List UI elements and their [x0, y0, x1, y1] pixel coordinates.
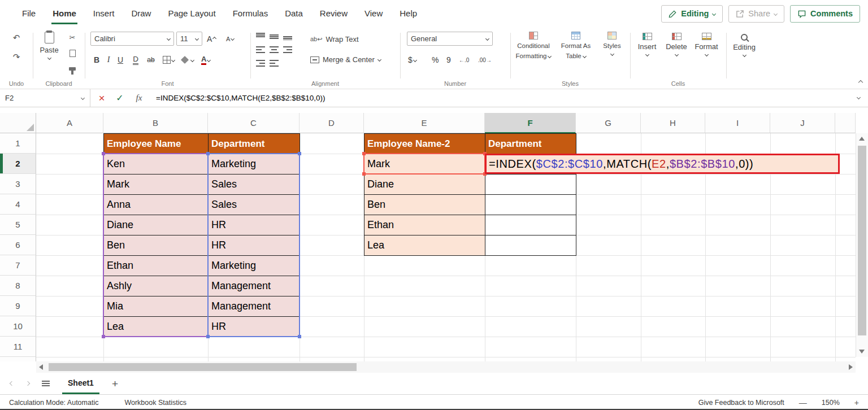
- collapse-ribbon-button[interactable]: [858, 80, 863, 85]
- double-underline-button[interactable]: D: [130, 53, 141, 67]
- format-as-table-button[interactable]: Format As Table: [558, 32, 594, 60]
- column-header-B[interactable]: B: [103, 113, 208, 133]
- row-header-1[interactable]: 1: [0, 133, 36, 154]
- cell-B9[interactable]: Mia: [104, 296, 209, 317]
- row-header-2[interactable]: 2: [0, 154, 36, 174]
- scroll-right-arrow[interactable]: [849, 364, 853, 370]
- cell-C10[interactable]: HR: [209, 317, 300, 337]
- scroll-down-arrow[interactable]: [859, 350, 865, 354]
- number-format-select[interactable]: General: [407, 32, 493, 46]
- cell-B1[interactable]: Employee Name: [104, 134, 209, 154]
- increase-decimal-button[interactable]: ←.0: [459, 53, 469, 67]
- align-left-icon[interactable]: [256, 46, 265, 54]
- comma-format-button[interactable]: 9: [446, 53, 451, 67]
- tab-view[interactable]: View: [356, 0, 391, 27]
- column-header-partial[interactable]: [835, 113, 856, 133]
- cell-F5[interactable]: [485, 215, 576, 235]
- bold-button[interactable]: B: [92, 53, 102, 67]
- underline-button[interactable]: U: [115, 53, 125, 67]
- cell-F3[interactable]: [485, 175, 576, 195]
- enter-button[interactable]: ✓: [112, 89, 128, 107]
- row-header-4[interactable]: 4: [0, 194, 36, 215]
- cell-C1[interactable]: Department: [209, 134, 300, 154]
- share-button[interactable]: Share: [728, 5, 784, 23]
- cell-C3[interactable]: Sales: [209, 175, 300, 195]
- align-middle-icon[interactable]: [270, 33, 279, 40]
- fill-color-button[interactable]: [182, 53, 194, 67]
- increase-indent-icon[interactable]: [270, 60, 279, 67]
- decrease-decimal-button[interactable]: .00→: [478, 53, 492, 67]
- zoom-level[interactable]: 150%: [822, 399, 840, 407]
- row-header-8[interactable]: 8: [0, 276, 36, 296]
- cell-B2[interactable]: Ken: [104, 154, 209, 175]
- insert-cells-button[interactable]: Insert: [633, 33, 661, 56]
- cell-C2[interactable]: Marketing: [209, 154, 300, 175]
- column-header-I[interactable]: I: [705, 113, 770, 133]
- italic-button[interactable]: I: [104, 53, 113, 67]
- vertical-scrollbar[interactable]: [856, 133, 868, 357]
- cell-B4[interactable]: Anna: [104, 195, 209, 215]
- row-header-9[interactable]: 9: [0, 296, 36, 316]
- column-header-E[interactable]: E: [364, 113, 485, 133]
- delete-cells-button[interactable]: Delete: [663, 33, 690, 56]
- merge-center-button[interactable]: Merge & Center: [310, 55, 381, 64]
- cell-E5[interactable]: Ethan: [364, 215, 485, 235]
- zoom-out-button[interactable]: —: [799, 398, 807, 407]
- cell-C4[interactable]: Sales: [209, 195, 300, 215]
- workbook-statistics-status[interactable]: Workbook Statistics: [124, 399, 186, 407]
- previous-sheet-button[interactable]: [10, 381, 14, 386]
- feedback-link[interactable]: Give Feedback to Microsoft: [698, 399, 784, 407]
- align-center-icon[interactable]: [270, 46, 279, 54]
- borders-button[interactable]: [163, 53, 175, 67]
- column-header-C[interactable]: C: [208, 113, 300, 133]
- cell-C6[interactable]: HR: [209, 235, 300, 256]
- row-header-11[interactable]: 11: [0, 337, 36, 357]
- tab-help[interactable]: Help: [391, 0, 426, 27]
- cell-B10[interactable]: Lea: [104, 317, 209, 337]
- paste-button[interactable]: Paste: [36, 32, 62, 59]
- font-color-button[interactable]: A: [201, 53, 210, 67]
- next-sheet-button[interactable]: [25, 381, 30, 386]
- redo-button[interactable]: ↷: [0, 52, 33, 62]
- copy-button[interactable]: [66, 46, 79, 60]
- formula-input[interactable]: =INDEX($C$2:$C$10,MATCH(E2,$B$2:$B$10,0)…: [156, 89, 843, 107]
- tab-home[interactable]: Home: [44, 0, 85, 27]
- cell-E3[interactable]: Diane: [364, 175, 485, 195]
- cell-styles-button[interactable]: Styles: [596, 32, 628, 55]
- wrap-text-button[interactable]: ab↩ Wrap Text: [310, 35, 359, 43]
- column-header-H[interactable]: H: [641, 113, 705, 133]
- cell-B3[interactable]: Mark: [104, 175, 209, 195]
- horizontal-scroll-thumb[interactable]: [49, 363, 357, 371]
- zoom-in-button[interactable]: +: [854, 398, 859, 407]
- name-box[interactable]: F2: [0, 89, 90, 107]
- column-header-A[interactable]: A: [36, 113, 103, 133]
- cell-B6[interactable]: Ben: [104, 235, 209, 256]
- conditional-formatting-button[interactable]: Conditional Formatting: [511, 32, 555, 60]
- align-right-icon[interactable]: [283, 46, 292, 54]
- cell-F4[interactable]: [485, 195, 576, 215]
- insert-function-button[interactable]: fx: [131, 89, 147, 107]
- cell-B8[interactable]: Ashly: [104, 276, 209, 296]
- tab-draw[interactable]: Draw: [123, 0, 159, 27]
- percent-format-button[interactable]: %: [432, 53, 439, 67]
- format-painter-button[interactable]: [66, 62, 79, 76]
- undo-button[interactable]: ↶: [0, 33, 33, 43]
- row-header-5[interactable]: 5: [0, 215, 36, 235]
- tab-formulas[interactable]: Formulas: [224, 0, 277, 27]
- formula-bar-expand-button[interactable]: [857, 95, 861, 99]
- tab-data[interactable]: Data: [276, 0, 311, 27]
- font-size-select[interactable]: 11: [176, 32, 202, 46]
- active-cell-formula-editor[interactable]: =INDEX($C$2:$C$10,MATCH(E2,$B$2:$B$10,0)…: [485, 154, 840, 174]
- font-name-select[interactable]: Calibri: [90, 32, 174, 46]
- increase-font-button[interactable]: A: [207, 32, 216, 46]
- strikethrough-button[interactable]: ab: [145, 53, 157, 67]
- column-header-F[interactable]: F: [485, 113, 576, 133]
- cell-C9[interactable]: Management: [209, 296, 300, 317]
- column-header-D[interactable]: D: [300, 113, 364, 133]
- editing-mode-button[interactable]: Editing: [661, 5, 723, 23]
- decrease-indent-icon[interactable]: [256, 60, 265, 67]
- row-header-6[interactable]: 6: [0, 235, 36, 255]
- cell-C7[interactable]: Marketing: [209, 256, 300, 276]
- sheet-tab-sheet1[interactable]: Sheet1: [62, 373, 99, 394]
- format-cells-button[interactable]: Format: [692, 33, 721, 56]
